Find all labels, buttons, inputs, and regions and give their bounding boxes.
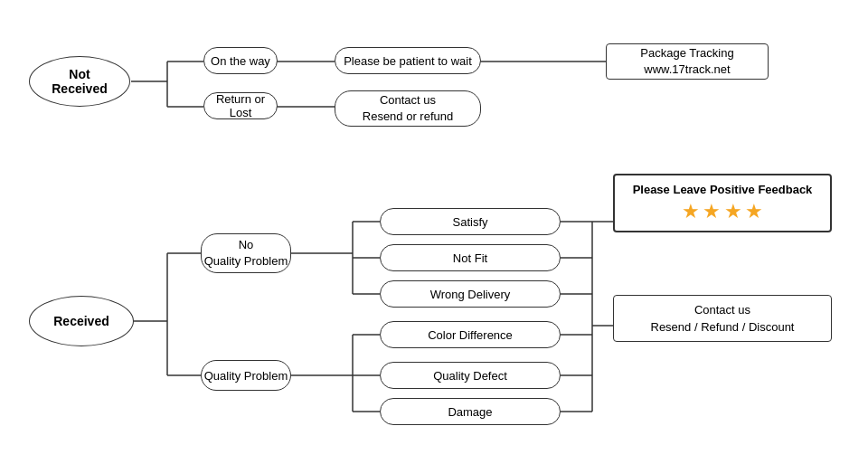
package-tracking-node: Package Tracking www.17track.net [606, 43, 769, 80]
no-quality-problem-node: No Quality Problem [201, 233, 291, 273]
return-lost-node: Return or Lost [203, 92, 278, 119]
contact-us-refund-node: Contact us Resend / Refund / Discount [613, 295, 832, 342]
star-3: ★ [724, 200, 742, 223]
wrong-delivery-node: Wrong Delivery [380, 280, 561, 308]
not-fit-node: Not Fit [380, 244, 561, 271]
diagram: Not Received On the way Please be patien… [0, 0, 868, 464]
quality-problem-node: Quality Problem [201, 360, 291, 391]
star-2: ★ [703, 200, 721, 223]
star-4: ★ [745, 200, 763, 223]
quality-defect-node: Quality Defect [380, 362, 561, 389]
patient-wait-node: Please be patient to wait [335, 47, 481, 74]
please-leave-label: Please Leave Positive Feedback [626, 183, 819, 196]
damage-node: Damage [380, 398, 561, 425]
satisfy-node: Satisfy [380, 208, 561, 235]
please-leave-feedback-box: Please Leave Positive Feedback ★ ★ ★ ★ [613, 174, 832, 232]
on-the-way-node: On the way [203, 47, 278, 74]
contact-us-resend-node: Contact us Resend or refund [335, 90, 481, 127]
color-difference-node: Color Difference [380, 321, 561, 348]
received-node: Received [29, 296, 134, 346]
not-received-node: Not Received [29, 56, 130, 107]
star-1: ★ [682, 200, 700, 223]
stars-container: ★ ★ ★ ★ [626, 200, 819, 223]
